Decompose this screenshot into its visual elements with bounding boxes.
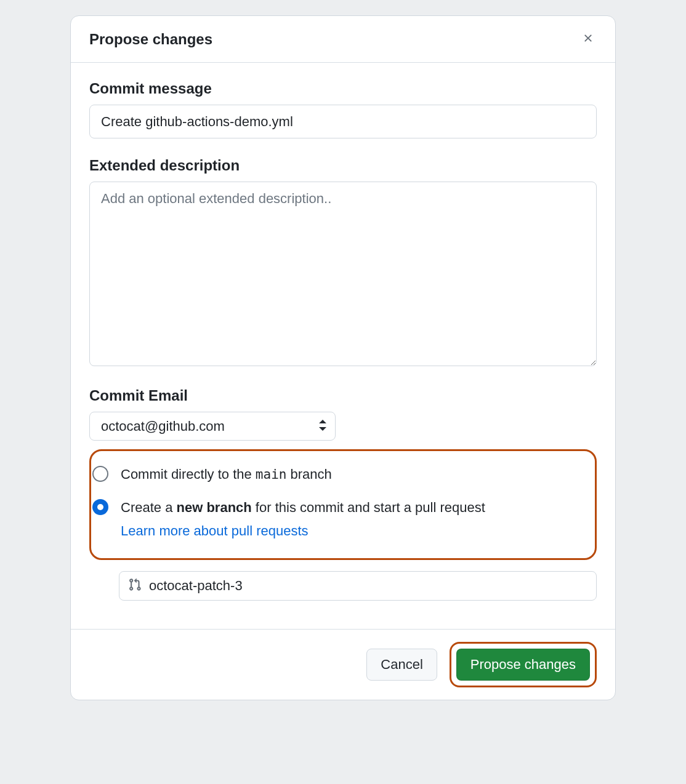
radio-unchecked-icon bbox=[92, 466, 108, 482]
close-icon bbox=[582, 32, 594, 46]
extended-description-label: Extended description bbox=[89, 157, 597, 174]
propose-button-highlight: Propose changes bbox=[450, 642, 597, 687]
dialog-body: Commit message Extended description Comm… bbox=[71, 63, 615, 629]
propose-changes-button[interactable]: Propose changes bbox=[456, 649, 590, 681]
commit-message-label: Commit message bbox=[89, 80, 597, 97]
create-branch-label: Create a new branch for this commit and … bbox=[121, 498, 595, 541]
commit-message-input[interactable] bbox=[89, 105, 597, 138]
learn-more-link[interactable]: Learn more about pull requests bbox=[121, 521, 595, 541]
dialog-footer: Cancel Propose changes bbox=[71, 629, 615, 700]
commit-direct-label: Commit directly to the main branch bbox=[121, 465, 595, 484]
create-branch-option[interactable]: Create a new branch for this commit and … bbox=[91, 495, 595, 543]
dialog-header: Propose changes bbox=[71, 16, 615, 63]
branch-name-field[interactable] bbox=[119, 571, 597, 601]
branch-name-input[interactable] bbox=[149, 578, 587, 594]
extended-description-input[interactable] bbox=[89, 182, 597, 366]
git-pull-request-icon bbox=[128, 578, 142, 594]
branch-choice-region: Commit directly to the main branch Creat… bbox=[89, 449, 597, 560]
commit-direct-option[interactable]: Commit directly to the main branch bbox=[91, 462, 595, 487]
branch-code: main bbox=[256, 467, 287, 482]
commit-message-group: Commit message bbox=[89, 80, 597, 138]
commit-email-label: Commit Email bbox=[89, 387, 597, 404]
radio-checked-icon bbox=[92, 499, 108, 515]
dialog-title: Propose changes bbox=[89, 31, 212, 48]
cancel-button[interactable]: Cancel bbox=[366, 649, 437, 681]
extended-description-group: Extended description bbox=[89, 157, 597, 369]
propose-changes-dialog: Propose changes Commit message Extended … bbox=[70, 15, 616, 700]
commit-email-select-wrap: octocat@github.com bbox=[89, 412, 336, 441]
commit-email-select[interactable]: octocat@github.com bbox=[89, 412, 336, 441]
close-button[interactable] bbox=[579, 30, 597, 49]
commit-email-group: Commit Email octocat@github.com bbox=[89, 387, 597, 441]
